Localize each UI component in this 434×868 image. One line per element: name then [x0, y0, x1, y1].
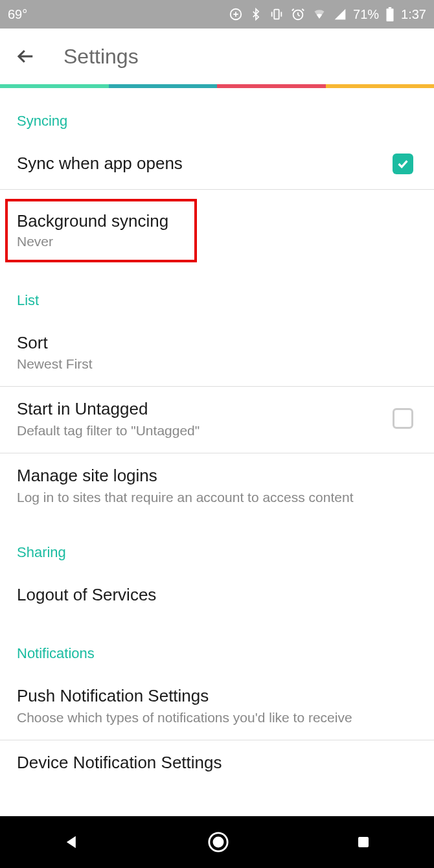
- svg-line-8: [298, 15, 300, 16]
- row-title: Device Notification Settings: [17, 752, 417, 774]
- row-logout-services[interactable]: Logout of Services: [0, 573, 434, 621]
- svg-rect-11: [389, 7, 391, 8]
- android-nav-bar: [0, 816, 434, 868]
- section-header-list: List: [0, 268, 434, 321]
- svg-line-10: [302, 9, 304, 11]
- checkbox-untagged[interactable]: [393, 408, 413, 429]
- clock-time: 1:37: [401, 7, 426, 22]
- status-temperature: 69°: [8, 7, 27, 22]
- svg-rect-12: [387, 8, 394, 21]
- row-title: Manage site logins: [17, 465, 417, 487]
- wifi-icon: [312, 8, 327, 21]
- row-sync-when-open[interactable]: Sync when app opens: [0, 141, 434, 189]
- svg-rect-3: [274, 10, 279, 19]
- row-subtitle: Choose which types of notifications you'…: [17, 710, 417, 725]
- add-circle-icon: [229, 7, 243, 21]
- row-background-syncing[interactable]: Background syncing Never: [5, 199, 197, 262]
- row-subtitle: Never: [17, 234, 185, 249]
- settings-content: Syncing Sync when app opens Background s…: [0, 88, 434, 777]
- nav-home-icon[interactable]: [207, 831, 229, 853]
- row-subtitle: Default tag filter to "Untagged": [17, 423, 393, 439]
- alarm-icon: [291, 7, 305, 21]
- svg-line-9: [292, 9, 294, 11]
- row-subtitle: Newest First: [17, 356, 417, 372]
- row-title: Sort: [17, 332, 417, 354]
- row-title: Background syncing: [17, 211, 185, 233]
- row-device-notifications[interactable]: Device Notification Settings: [0, 740, 434, 778]
- vibrate-icon: [269, 7, 284, 21]
- row-subtitle: Log in to sites that require an account …: [17, 490, 417, 505]
- app-header: Settings: [0, 29, 434, 84]
- status-right: 71% 1:37: [229, 6, 426, 22]
- row-start-untagged[interactable]: Start in Untagged Default tag filter to …: [0, 387, 434, 453]
- page-title: Settings: [63, 45, 139, 69]
- color-accent-bar: [0, 84, 434, 88]
- bluetooth-icon: [249, 6, 262, 22]
- battery-percentage: 71%: [353, 7, 379, 22]
- divider: [0, 189, 434, 190]
- row-title: Start in Untagged: [17, 398, 393, 420]
- checkbox-sync-open[interactable]: [393, 154, 413, 174]
- section-header-sharing: Sharing: [0, 520, 434, 573]
- battery-icon: [385, 7, 394, 21]
- signal-icon: [334, 8, 347, 21]
- nav-back-icon[interactable]: [63, 833, 81, 851]
- section-header-syncing: Syncing: [0, 88, 434, 141]
- svg-rect-16: [358, 837, 369, 847]
- row-push-notifications[interactable]: Push Notification Settings Choose which …: [0, 674, 434, 740]
- row-manage-logins[interactable]: Manage site logins Log in to sites that …: [0, 453, 434, 520]
- svg-point-15: [214, 838, 223, 847]
- row-sort[interactable]: Sort Newest First: [0, 321, 434, 387]
- nav-recent-icon[interactable]: [356, 834, 371, 850]
- section-header-notifications: Notifications: [0, 621, 434, 674]
- row-title: Logout of Services: [17, 584, 417, 606]
- row-title: Sync when app opens: [17, 153, 393, 175]
- status-bar: 69° 71% 1:37: [0, 0, 434, 29]
- back-arrow-icon[interactable]: [16, 47, 35, 66]
- check-icon: [396, 157, 410, 171]
- row-title: Push Notification Settings: [17, 685, 417, 707]
